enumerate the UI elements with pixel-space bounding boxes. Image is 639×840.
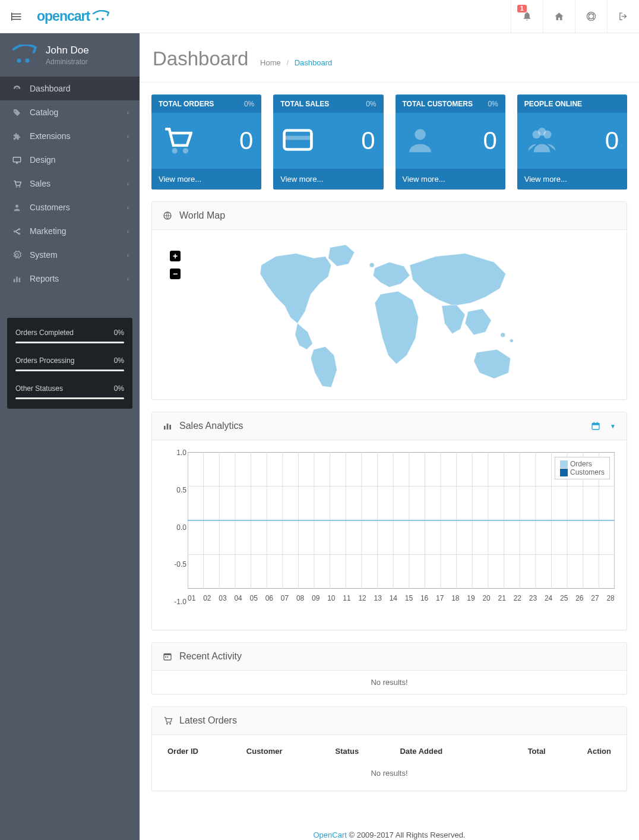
orders-col-order-id: Order ID (163, 741, 242, 762)
orders-table: Order IDCustomerStatusDate AddedTotalAct… (163, 741, 616, 762)
sales-analytics-panel: Sales Analytics ▼ 1.00.50.0-0.5-1.0 Orde… (151, 412, 627, 630)
footer-copyright: © 2009-2017 All Rights Reserved. (347, 830, 466, 839)
map-zoom-out-button[interactable]: − (170, 269, 181, 279)
chart-xtick: 02 (203, 594, 211, 602)
chart-xtick: 18 (451, 594, 459, 602)
tile-view-more-link[interactable]: View more... (151, 169, 261, 190)
breadcrumb-current[interactable]: Dashboard (295, 58, 333, 67)
legend-orders: Orders (570, 460, 592, 468)
svg-point-10 (18, 186, 20, 188)
nav-label: System (30, 250, 58, 260)
svg-rect-36 (597, 422, 597, 424)
tile-value: 0 (239, 127, 253, 155)
globe-icon (163, 211, 172, 220)
footer-brand-link[interactable]: OpenCart (313, 830, 346, 839)
tile-view-more-link[interactable]: View more... (517, 169, 627, 190)
stat-row: Orders Processing0% (7, 350, 132, 378)
svg-point-74 (166, 723, 168, 725)
world-map[interactable] (220, 242, 558, 387)
chart-ytick: 0.0 (164, 523, 186, 532)
svg-rect-21 (284, 136, 312, 140)
bar-chart-icon (163, 421, 172, 431)
card-icon (281, 124, 314, 158)
svg-rect-3 (11, 12, 12, 21)
svg-point-7 (26, 59, 30, 63)
chevron-right-icon: › (127, 181, 129, 187)
calendar-alt-icon (163, 652, 172, 661)
sidebar-toggle-button[interactable] (0, 0, 33, 33)
chart-xtick: 05 (250, 594, 258, 602)
chart-xtick: 16 (420, 594, 428, 602)
tile-value: 0 (483, 127, 496, 155)
nav-item-reports[interactable]: Reports› (0, 267, 140, 290)
nav-item-design[interactable]: Design› (0, 148, 140, 172)
orders-col-total: Total (497, 741, 551, 762)
user-role: Administrator (46, 58, 89, 66)
desktop-icon (11, 156, 23, 165)
map-zoom-in-button[interactable]: + (170, 251, 181, 261)
nav-item-catalog[interactable]: Catalog› (0, 100, 140, 124)
chevron-right-icon: › (127, 204, 129, 211)
support-button[interactable] (575, 0, 607, 33)
chevron-right-icon: › (127, 109, 129, 116)
user-icon (404, 124, 436, 158)
chart-xtick: 03 (219, 594, 226, 602)
chart-xtick: 25 (560, 594, 568, 602)
svg-rect-15 (13, 279, 15, 282)
svg-point-25 (537, 128, 546, 136)
chart-xtick: 08 (296, 594, 304, 602)
tile-title: TOTAL ORDERS (159, 100, 214, 108)
chart-xtick: 17 (436, 594, 444, 602)
recent-activity-panel: Recent Activity No results! (151, 642, 627, 694)
orders-col-action: Action (551, 741, 616, 762)
stat-value: 0% (114, 356, 124, 365)
notifications-button[interactable]: 1 (511, 0, 543, 33)
chart-range-dropdown[interactable]: ▼ (591, 421, 616, 431)
svg-point-5 (102, 18, 104, 20)
chart-xtick: 15 (405, 594, 413, 602)
sales-analytics-title: Sales Analytics (179, 421, 243, 431)
sidebar: John Doe Administrator DashboardCatalog›… (0, 33, 140, 840)
chart-xtick: 21 (498, 594, 506, 602)
nav-item-sales[interactable]: Sales› (0, 172, 140, 195)
svg-point-27 (501, 333, 505, 337)
chart-xtick: 01 (188, 594, 195, 602)
world-map-panel: World Map + − (151, 201, 627, 400)
nav-label: Customers (30, 203, 70, 212)
chart-xtick: 19 (467, 594, 474, 602)
nav-item-extensions[interactable]: Extensions› (0, 124, 140, 148)
breadcrumb-home[interactable]: Home (260, 58, 281, 67)
svg-rect-1 (12, 16, 21, 17)
latest-orders-title: Latest Orders (179, 715, 237, 726)
nav-item-customers[interactable]: Customers› (0, 195, 140, 219)
home-button[interactable] (543, 0, 575, 33)
orders-col-status: Status (331, 741, 396, 762)
stat-tile: TOTAL CUSTOMERS0%0View more... (396, 94, 505, 190)
footer: OpenCart © 2009-2017 All Rights Reserved… (140, 815, 639, 840)
user-name: John Doe (46, 45, 89, 56)
chart-xtick: 04 (234, 594, 242, 602)
recent-activity-title: Recent Activity (179, 651, 242, 662)
chart-xtick: 28 (606, 594, 614, 602)
nav-label: Sales (30, 179, 50, 188)
tile-view-more-link[interactable]: View more... (396, 169, 505, 190)
main-content: Dashboard Home / Dashboard TOTAL ORDERS0… (140, 33, 639, 840)
chevron-right-icon: › (127, 157, 129, 163)
stat-label: Other Statuses (15, 384, 63, 393)
nav-item-dashboard[interactable]: Dashboard (0, 77, 140, 100)
stat-row: Orders Completed0% (7, 323, 132, 350)
dashboard-icon (11, 84, 23, 93)
chart-xtick: 20 (482, 594, 490, 602)
stat-tile: TOTAL SALES0%0View more... (273, 94, 383, 190)
home-icon (554, 11, 564, 21)
tile-view-more-link[interactable]: View more... (273, 169, 383, 190)
chart-xtick: 13 (374, 594, 382, 602)
chart-ytick: 0.5 (164, 486, 186, 494)
brand-logo[interactable]: opencart (33, 8, 110, 24)
chart-xtick: 26 (575, 594, 583, 602)
svg-point-12 (13, 230, 15, 232)
svg-rect-73 (167, 656, 168, 658)
nav-item-system[interactable]: System› (0, 243, 140, 267)
nav-item-marketing[interactable]: Marketing› (0, 219, 140, 243)
logout-button[interactable] (607, 0, 639, 33)
